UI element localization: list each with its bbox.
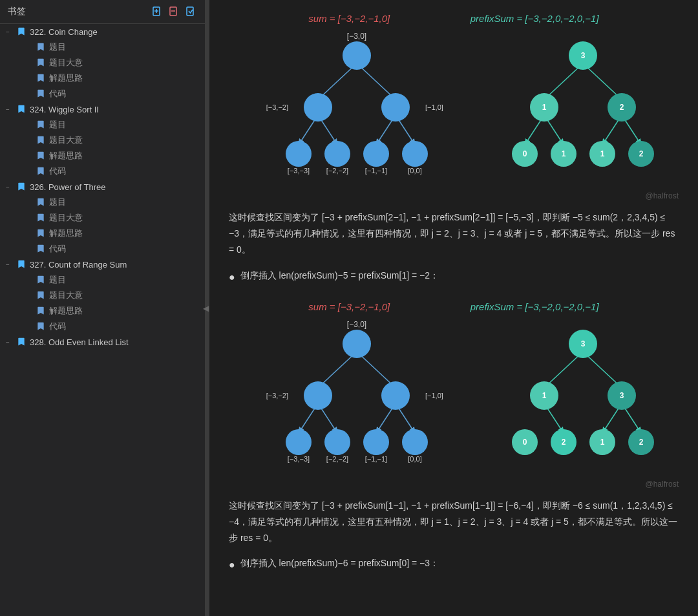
- item-327-解题思路[interactable]: 解题思路: [0, 303, 205, 319]
- item-label: 题目大意: [49, 212, 83, 224]
- svg-text:0: 0: [523, 149, 527, 158]
- group-322-label: 322. Coin Change: [30, 27, 98, 37]
- svg-line-7: [357, 63, 396, 100]
- item-327-题目[interactable]: 题目: [0, 272, 205, 288]
- item-label: 解题思路: [49, 228, 83, 239]
- group-322[interactable]: − 322. Coin Change: [0, 24, 205, 39]
- watermark-1: @halfrost: [229, 191, 679, 200]
- item-322-题目[interactable]: 题目: [0, 39, 205, 55]
- svg-point-51: [343, 330, 371, 358]
- group-326[interactable]: − 326. Power of Three: [0, 179, 205, 195]
- item-label: 代码: [49, 88, 66, 100]
- text1-content: 这时候查找区间变为了 [−3 + prefixSum[2−1], −1 + pr…: [229, 212, 675, 255]
- item-322-代码[interactable]: 代码: [0, 86, 205, 101]
- group-324-label: 324. Wiggle Sort II: [30, 105, 99, 114]
- svg-text:[−2,−2]: [−2,−2]: [326, 455, 348, 463]
- collapse-322[interactable]: −: [3, 27, 13, 37]
- left-tree-2: [−3,0] [−3,−2] [−1,0] [−3,−3] [−2,−2] [−…: [247, 318, 467, 467]
- group-328[interactable]: − 328. Odd Even Linked List: [0, 334, 205, 350]
- formula2-left: sum = [−3,−2,−1,0]: [308, 301, 390, 312]
- svg-text:[−3,−2]: [−3,−2]: [266, 103, 288, 111]
- item-label: 解题思路: [49, 72, 83, 84]
- item-322-题目大意[interactable]: 题目大意: [0, 55, 205, 70]
- bookmark-nav-button[interactable]: [184, 5, 197, 18]
- svg-text:[−3,−3]: [−3,−3]: [288, 167, 310, 175]
- item-322-解题思路[interactable]: 解题思路: [0, 70, 205, 86]
- trees-section-2: [−3,0] [−3,−2] [−1,0] [−3,−3] [−2,−2] [−…: [229, 318, 679, 467]
- collapse-326[interactable]: −: [3, 182, 13, 192]
- svg-point-56: [363, 429, 389, 455]
- svg-line-25: [544, 63, 583, 100]
- collapse-324[interactable]: −: [3, 104, 13, 114]
- svg-point-15: [286, 141, 312, 167]
- trees-section-1: [−3,0] [−3,−2] [−1,0] [−3,−3] [−2,−2] [−…: [229, 30, 679, 178]
- svg-text:2: 2: [639, 438, 644, 447]
- item-324-题目大意[interactable]: 题目大意: [0, 133, 205, 148]
- sidebar: 书签: [0, 0, 206, 616]
- svg-point-13: [304, 93, 332, 122]
- item-327-题目大意[interactable]: 题目大意: [0, 288, 205, 303]
- svg-rect-5: [187, 7, 193, 16]
- item-label: 解题思路: [49, 150, 83, 162]
- svg-text:1: 1: [600, 438, 605, 447]
- svg-text:1: 1: [600, 149, 605, 158]
- item-label: 题目大意: [49, 57, 83, 69]
- text-block-2: 这时候查找区间变为了 [−3 + prefixSum[1−1], −1 + pr…: [229, 491, 679, 553]
- group-327[interactable]: − 327. Count of Range Sum: [0, 257, 205, 272]
- item-326-题目[interactable]: 题目: [0, 195, 205, 210]
- item-327-代码[interactable]: 代码: [0, 319, 205, 334]
- item-label: 代码: [49, 321, 66, 332]
- text2-content: 这时候查找区间变为了 [−3 + prefixSum[1−1], −1 + pr…: [229, 500, 677, 543]
- item-label: 题目大意: [49, 290, 83, 301]
- bullet-dot-2: ●: [229, 559, 235, 571]
- svg-point-52: [304, 381, 332, 410]
- item-326-解题思路[interactable]: 解题思路: [0, 226, 205, 241]
- delete-bookmark-button[interactable]: [167, 5, 180, 18]
- right-tree-1: 3 1 2 0 1 1 2: [505, 30, 661, 178]
- svg-text:3: 3: [581, 51, 586, 60]
- sidebar-header: 书签: [0, 0, 205, 24]
- svg-text:[−3,−3]: [−3,−3]: [288, 455, 310, 463]
- svg-point-55: [324, 429, 350, 455]
- group-328-label: 328. Odd Even Linked List: [30, 337, 129, 347]
- svg-point-18: [402, 141, 428, 167]
- svg-text:[−2,−2]: [−2,−2]: [326, 167, 348, 175]
- svg-point-57: [402, 429, 428, 455]
- collapse-327[interactable]: −: [3, 259, 13, 270]
- formula-row-2: sum = [−3,−2,−1,0] prefixSum = [−3,−2,0,…: [229, 301, 679, 313]
- right-tree-2: 3 1 3 0 2 1 2: [505, 318, 661, 467]
- item-label: 题目大意: [49, 134, 83, 146]
- svg-text:1: 1: [542, 391, 547, 400]
- svg-text:[−1,−1]: [−1,−1]: [365, 455, 387, 463]
- group-324[interactable]: − 324. Wiggle Sort II: [0, 101, 205, 117]
- formula1-left: sum = [−3,−2,−1,0]: [308, 13, 390, 24]
- item-label: 代码: [49, 243, 66, 255]
- svg-line-66: [583, 352, 622, 388]
- collapse-328[interactable]: −: [3, 337, 13, 347]
- item-324-代码[interactable]: 代码: [0, 164, 205, 179]
- sidebar-title: 书签: [8, 6, 26, 17]
- svg-text:3: 3: [620, 391, 624, 400]
- item-326-代码[interactable]: 代码: [0, 241, 205, 257]
- svg-point-14: [381, 93, 410, 122]
- item-label: 代码: [49, 165, 66, 177]
- watermark-2: @halfrost: [229, 480, 679, 489]
- svg-text:1: 1: [542, 103, 547, 112]
- sidebar-icons: [151, 5, 197, 18]
- item-324-解题思路[interactable]: 解题思路: [0, 148, 205, 164]
- item-label: 题目: [49, 196, 66, 208]
- item-324-题目[interactable]: 题目: [0, 117, 205, 133]
- svg-text:[−1,0]: [−1,0]: [425, 392, 443, 399]
- item-326-题目大意[interactable]: 题目大意: [0, 210, 205, 226]
- svg-point-53: [381, 381, 410, 410]
- add-bookmark-button[interactable]: [151, 5, 164, 18]
- svg-text:[−3,0]: [−3,0]: [347, 320, 366, 329]
- svg-line-46: [357, 352, 396, 388]
- svg-line-65: [544, 352, 583, 388]
- svg-point-17: [363, 141, 389, 167]
- left-tree-1: [−3,0] [−3,−2] [−1,0] [−3,−3] [−2,−2] [−…: [247, 30, 467, 178]
- bullet-item-2: ● 倒序插入 len(prefixSum)−6 = prefixSum[0] =…: [229, 558, 679, 571]
- svg-line-45: [318, 352, 357, 388]
- svg-text:2: 2: [620, 103, 624, 112]
- sidebar-resizer[interactable]: [206, 0, 209, 616]
